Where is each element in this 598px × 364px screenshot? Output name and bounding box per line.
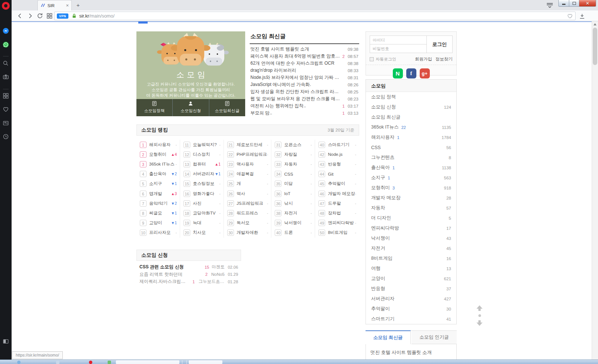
scroll-dot-icon[interactable]	[478, 314, 481, 317]
ranking-row[interactable]: 508비트게임-	[318, 228, 359, 238]
scrollbar-thumb[interactable]	[593, 28, 597, 65]
latest-post-row[interactable]: 웹 및 모바일 브라우저 용 간편한 스크롤 애니메... 08:23	[250, 95, 359, 102]
menu-item[interactable]: 모형취미 3 918	[366, 183, 456, 193]
menu-item[interactable]: 개발자 메모장 28	[366, 193, 456, 203]
maximize-button[interactable]	[569, 0, 579, 7]
close-window-button[interactable]: ✕	[579, 0, 596, 7]
ranking-row[interactable]: 43반응형-	[318, 159, 359, 169]
vpn-badge[interactable]: VPN	[57, 13, 68, 19]
menu-item[interactable]: 출산육아 1 1138	[366, 163, 456, 173]
back-icon[interactable]	[16, 12, 24, 19]
menu-item[interactable]: 365ok IT뉴스 22 1135	[366, 122, 456, 132]
minimize-button[interactable]	[558, 0, 569, 7]
ranking-row[interactable]: 5소지구▼1	[140, 179, 180, 189]
opera-logo-icon[interactable]	[2, 2, 10, 10]
ranking-row[interactable]: 14서버관리자▼1	[184, 169, 224, 179]
taskbar-window-button[interactable]	[189, 360, 222, 364]
latest-post-row[interactable]: 부모의 맘.. 1 03:13	[250, 109, 359, 117]
messenger-icon[interactable]	[3, 28, 9, 34]
ranking-row[interactable]: 7음악/악기▼2	[140, 198, 180, 208]
menu-item[interactable]: CSS 56	[366, 142, 456, 152]
apply-row[interactable]: 요즘 리액트 핫하던데 2 NoNo5 01.29	[136, 271, 241, 278]
browser-scrollbar[interactable]	[592, 21, 598, 364]
ranking-row[interactable]: 11오늘뭐먹지?-	[184, 140, 224, 149]
ranking-row[interactable]: 9고양이▼1	[140, 218, 180, 228]
speed-dial-toolbar-icon[interactable]	[46, 12, 53, 19]
ranking-row[interactable]: 12디스정치-	[184, 149, 224, 159]
naver-login-icon[interactable]: N	[393, 68, 403, 78]
ranking-row[interactable]: 16영화가좋다-	[184, 189, 224, 198]
secure-lock-icon[interactable]	[72, 13, 77, 18]
menu-item[interactable]: 추억팔이 30	[366, 304, 456, 314]
ranking-row[interactable]: 13컴퓨터▲1	[184, 159, 224, 169]
opera-menu-icon[interactable]	[546, 2, 554, 8]
ranking-row[interactable]: 17사진-	[184, 198, 224, 208]
menu-item[interactable]: 자전거 45	[366, 243, 456, 253]
ranking-row[interactable]: 44Git-	[318, 169, 359, 179]
ranking-row[interactable]: 48장차법-	[318, 208, 359, 218]
ranking-row[interactable]: 8써글모▼1	[140, 208, 180, 218]
taskbar-opera-icon[interactable]	[89, 361, 92, 364]
ranking-row[interactable]: 23맥사용자-	[227, 159, 271, 169]
ranking-row[interactable]: 28워드프레스-	[227, 208, 271, 218]
ranking-row[interactable]: 6앱개발▲3	[140, 189, 180, 198]
bookmarks-heart-icon[interactable]	[3, 106, 9, 112]
ranking-row[interactable]: 24애걸복걸-	[227, 169, 271, 179]
ranking-row[interactable]: 36낚시-	[275, 198, 315, 208]
menu-item[interactable]: 해외사용자 1 1784	[366, 132, 456, 142]
ranking-row[interactable]: 1해외사용자-	[140, 140, 180, 149]
forward-icon[interactable]	[27, 12, 34, 19]
history-clock-icon[interactable]	[3, 133, 9, 140]
ranking-row[interactable]: 35미담-	[275, 179, 315, 189]
ranking-row[interactable]: 31오픈소스-	[275, 140, 315, 149]
whatsapp-icon[interactable]	[3, 41, 9, 48]
ranking-row[interactable]: 47드루팔-	[318, 198, 359, 208]
ranking-row[interactable]: 36IoT-	[275, 189, 315, 198]
ranking-row[interactable]: 2모형취미▲4	[140, 149, 180, 159]
download-icon[interactable]	[579, 13, 585, 19]
signup-link[interactable]: 회원가입	[415, 56, 432, 62]
taskbar-window-button[interactable]	[116, 360, 179, 364]
auto-login-checkbox[interactable]	[370, 57, 374, 61]
apply-row[interactable]: CSS 관련 소모임 신청 15 마젠토 02.06	[136, 263, 241, 271]
menu-item[interactable]: 스마트기기 41	[366, 314, 456, 324]
ranking-row[interactable]: 21제로보드만세-	[227, 140, 271, 149]
banner-nav-policy[interactable]: 소모임정책	[136, 99, 172, 116]
ranking-row[interactable]: 40스마트기기-	[318, 140, 359, 149]
ranking-row[interactable]: 42Node.js-	[318, 149, 359, 159]
bottom-tab-first-item[interactable]: 멋진 호텔 사이트 템플릿 소개	[370, 349, 452, 356]
latest-post-row[interactable]: 62개 언어에 대한 순수 자바스크립트 OCR 08:38	[250, 60, 359, 67]
search-icon[interactable]	[3, 60, 9, 67]
url-field[interactable]: VPN sir.kr /main/somo/	[54, 12, 576, 20]
ranking-row[interactable]: 27JS프레임워크-	[227, 198, 271, 208]
speed-dial-icon[interactable]	[3, 93, 9, 99]
menu-item[interactable]: 소지구 1 563	[366, 173, 456, 183]
ranking-row[interactable]: 46개발자 메모장-	[318, 189, 359, 198]
bookmark-heart-icon[interactable]	[567, 13, 573, 19]
reload-icon[interactable]	[36, 12, 43, 19]
ranking-row[interactable]: 3365ok IT뉴스-	[140, 159, 180, 169]
latest-post-row[interactable]: 페이스북 사용자 최대 6억명 비밀번호 암호화없... 2 08:57	[250, 53, 359, 60]
ranking-row[interactable]: 30개발자애환-	[227, 228, 271, 238]
latest-post-row[interactable]: 멋진 호텔 사이트 템플릿 소개 09:38	[250, 46, 359, 53]
menu-item[interactable]: 소모임 최신글	[366, 112, 456, 122]
new-tab-button[interactable]: +	[74, 2, 82, 9]
ranking-row[interactable]: 10프리사자모-	[140, 228, 180, 238]
facebook-login-icon[interactable]: f	[406, 68, 416, 78]
scroll-down-icon[interactable]	[477, 323, 483, 326]
ranking-row[interactable]: 20치사모-	[184, 228, 224, 238]
ranking-row[interactable]: 39낙서쟁이-	[275, 218, 315, 228]
ranking-row[interactable]: 32자랑질-	[275, 149, 315, 159]
banner-nav-latest[interactable]: 소모임최신글	[209, 99, 245, 116]
menu-item[interactable]: 자동차 57	[366, 203, 456, 213]
taskbar-app-icon[interactable]	[56, 361, 59, 364]
sidebar-setup-icon[interactable]	[3, 338, 9, 345]
google-login-icon[interactable]: g+	[420, 68, 430, 78]
news-reader-icon[interactable]	[3, 120, 9, 126]
menu-item[interactable]: 소모임 정책	[366, 92, 456, 102]
ranking-row[interactable]: 38자전거-	[275, 208, 315, 218]
tab-latest-posts[interactable]: 소모임 최신글	[366, 330, 411, 344]
camera-snapshot-icon[interactable]	[3, 74, 9, 80]
latest-post-row[interactable]: Node.js와 브라우저에서 엄청난 양의 가짜 데이터... 08:31	[250, 74, 359, 81]
ranking-row[interactable]: 45추억팔이-	[318, 179, 359, 189]
